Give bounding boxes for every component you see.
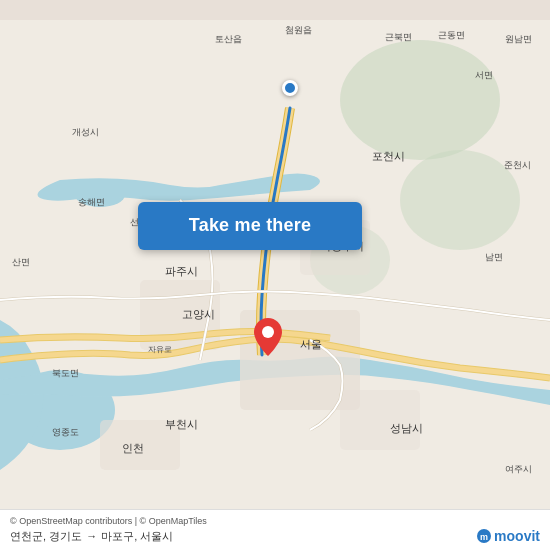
svg-text:파주시: 파주시 <box>165 265 198 277</box>
svg-text:북도면: 북도면 <box>52 368 79 378</box>
button-overlay: Take me there <box>130 198 370 253</box>
svg-text:남면: 남면 <box>485 252 503 262</box>
attribution: © OpenStreetMap contributors | © OpenMap… <box>10 516 540 526</box>
svg-text:근북면: 근북면 <box>385 32 412 42</box>
svg-text:성남시: 성남시 <box>390 422 423 434</box>
svg-text:포천시: 포천시 <box>372 150 405 162</box>
to-label: 마포구, 서울시 <box>101 529 173 544</box>
brand-name: moovit <box>494 528 540 544</box>
svg-text:첨원읍: 첨원읍 <box>285 25 312 35</box>
svg-point-3 <box>340 40 500 160</box>
svg-text:자유로: 자유로 <box>148 345 172 354</box>
footer: © OpenStreetMap contributors | © OpenMap… <box>0 509 550 550</box>
svg-text:토산읍: 토산읍 <box>215 34 242 44</box>
svg-point-4 <box>400 150 520 250</box>
destination-marker <box>254 318 282 354</box>
arrow-icon: → <box>86 530 97 542</box>
take-me-there-button[interactable]: Take me there <box>138 202 362 250</box>
svg-text:서울: 서울 <box>300 338 322 350</box>
svg-text:산면: 산면 <box>12 257 30 267</box>
svg-text:부천시: 부천시 <box>165 418 198 430</box>
svg-text:영종도: 영종도 <box>52 427 79 437</box>
svg-text:m: m <box>480 532 488 542</box>
svg-text:서면: 서면 <box>475 70 493 80</box>
svg-point-35 <box>262 326 274 338</box>
svg-text:송해면: 송해면 <box>78 197 105 207</box>
svg-text:근동면: 근동면 <box>438 30 465 40</box>
route-summary: 연천군, 경기도 → 마포구, 서울시 <box>10 529 173 544</box>
svg-text:원남면: 원남면 <box>505 34 532 44</box>
origin-marker <box>282 80 298 96</box>
svg-text:인천: 인천 <box>122 442 144 454</box>
svg-text:여주시: 여주시 <box>505 464 532 474</box>
svg-rect-10 <box>340 390 420 450</box>
svg-text:고양시: 고양시 <box>182 308 215 320</box>
svg-text:개성시: 개성시 <box>72 127 99 137</box>
map-container: 토산읍 첨원읍 근북면 근동면 원남면 서면 개성시 포천시 준천시 송해면 선… <box>0 0 550 550</box>
from-label: 연천군, 경기도 <box>10 529 82 544</box>
moovit-brand: m moovit <box>476 528 540 544</box>
svg-text:준천시: 준천시 <box>504 160 531 170</box>
